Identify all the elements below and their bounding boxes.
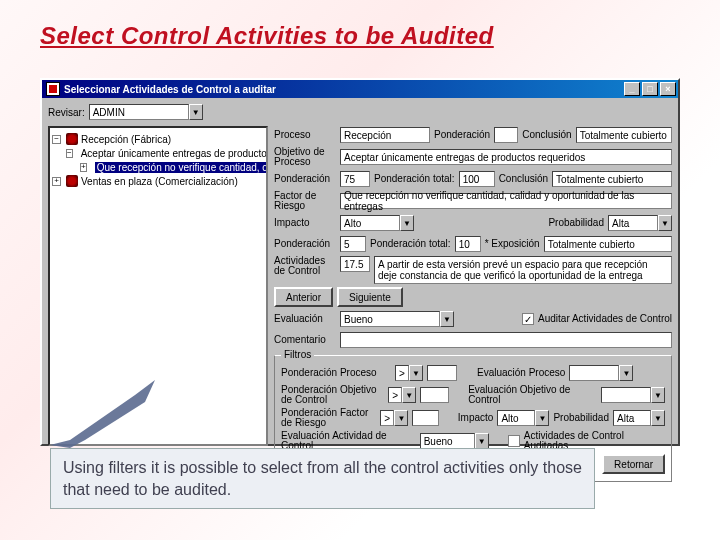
pp-label: Ponderación Proceso <box>281 368 391 378</box>
im-select[interactable]: Alto▼ <box>497 410 549 426</box>
chevron-down-icon: ▼ <box>189 104 203 120</box>
title-bar[interactable]: Seleccionar Actividades de Control a aud… <box>42 80 678 98</box>
ponderacion-label: Ponderación <box>434 130 490 140</box>
pondtotal-field[interactable]: 100 <box>459 171 495 187</box>
ponderacion2-label: Ponderación <box>274 174 336 184</box>
po-value-field[interactable] <box>420 387 449 403</box>
pondtotal-label: Ponderación total: <box>374 174 455 184</box>
eo-label: Evaluación Objetivo de Control <box>468 385 597 405</box>
im-label: Impacto <box>458 413 494 423</box>
app-icon <box>46 82 60 96</box>
filtros-label: Filtros <box>281 349 314 360</box>
objetivo-label: Objetivo de Proceso <box>274 147 336 167</box>
slide-title: Select Control Activities to be Audited <box>40 22 494 50</box>
tree-node[interactable]: Ventas en plaza (Comercialización) <box>81 176 238 187</box>
factor-field[interactable]: Que recepción no verifique cantidad, cal… <box>340 193 672 209</box>
auditar-label: Auditar Actividades de Control <box>538 314 672 324</box>
prob-select[interactable]: Alta▼ <box>608 215 672 231</box>
pfr-op-select[interactable]: >▼ <box>380 410 408 426</box>
coment-label: Comentario <box>274 335 336 345</box>
maximize-button[interactable]: □ <box>642 82 658 96</box>
activ-text-field[interactable]: A partir de esta versión prevé un espaci… <box>374 256 672 284</box>
activ-label: Actividades de Control <box>274 256 336 276</box>
chevron-down-icon: ▼ <box>400 215 414 231</box>
tree-node-selected[interactable]: Que recepción no verifique cantidad, c <box>95 162 268 173</box>
coment-field[interactable] <box>340 332 672 348</box>
pond3-label: Ponderación <box>274 239 336 249</box>
ponderacion2-field[interactable]: 75 <box>340 171 370 187</box>
po-op-select[interactable]: >▼ <box>388 387 416 403</box>
details-form: Proceso Recepción Ponderación Conclusión… <box>274 126 672 482</box>
chevron-down-icon: ▼ <box>440 311 454 327</box>
objetivo-field[interactable]: Aceptar únicamente entregas de productos… <box>340 149 672 165</box>
pondtot3-field[interactable]: 10 <box>455 236 481 252</box>
close-button[interactable]: × <box>660 82 676 96</box>
eac-select[interactable]: Bueno▼ <box>420 433 489 449</box>
pfr-label: Ponderación Factor de Riesgo <box>281 408 376 428</box>
ep-select[interactable]: ▼ <box>569 365 633 381</box>
process-icon <box>66 133 78 145</box>
minimize-button[interactable]: _ <box>624 82 640 96</box>
auditar-checkbox[interactable]: ✓ <box>522 313 534 325</box>
po-label: Ponderación Objetivo de Control <box>281 385 384 405</box>
app-window: Seleccionar Actividades de Control a aud… <box>40 78 680 446</box>
conclusion-field[interactable]: Totalmente cubierto <box>576 127 672 143</box>
revisar-value: ADMIN <box>89 104 189 120</box>
conclusion-label: Conclusión <box>522 130 571 140</box>
prob-label: Probabilidad <box>548 218 604 228</box>
ponderacion-field[interactable] <box>494 127 518 143</box>
ep-label: Evaluación Proceso <box>477 368 565 378</box>
retornar-button[interactable]: Retornar <box>602 454 665 474</box>
pr-label: Probabilidad <box>553 413 609 423</box>
proceso-field[interactable]: Recepción <box>340 127 430 143</box>
process-icon <box>66 175 78 187</box>
revisar-select[interactable]: ADMIN ▼ <box>89 104 203 120</box>
proceso-label: Proceso <box>274 130 336 140</box>
expo-label: * Exposición <box>485 239 540 249</box>
conclusion2-label: Conclusión <box>499 174 548 184</box>
eval-select[interactable]: Bueno▼ <box>340 311 454 327</box>
window-title: Seleccionar Actividades de Control a aud… <box>64 84 276 95</box>
chevron-down-icon: ▼ <box>658 215 672 231</box>
factor-label: Factor de Riesgo <box>274 191 336 211</box>
pp-value-field[interactable] <box>427 365 457 381</box>
impacto-select[interactable]: Alto▼ <box>340 215 414 231</box>
aca-checkbox[interactable] <box>508 435 520 447</box>
pr-select[interactable]: Alta▼ <box>613 410 665 426</box>
siguiente-button[interactable]: Siguiente <box>337 287 403 307</box>
pondtot3-label: Ponderación total: <box>370 239 451 249</box>
impacto-label: Impacto <box>274 218 336 228</box>
pond3-field[interactable]: 5 <box>340 236 366 252</box>
tree-node[interactable]: Recepción (Fábrica) <box>81 134 171 145</box>
eval-label: Evaluación <box>274 314 336 324</box>
anterior-button[interactable]: Anterior <box>274 287 333 307</box>
expand-icon[interactable]: + <box>80 163 87 172</box>
tree-node[interactable]: Aceptar únicamente entregas de producto <box>81 148 267 159</box>
pp-op-select[interactable]: >▼ <box>395 365 423 381</box>
revisar-label: Revisar: <box>48 107 85 118</box>
expand-icon[interactable]: + <box>52 177 61 186</box>
pfr-value-field[interactable] <box>412 410 439 426</box>
collapse-icon[interactable]: − <box>66 149 73 158</box>
expo-field[interactable]: Totalmente cubierto <box>544 236 672 252</box>
eo-select[interactable]: ▼ <box>601 387 665 403</box>
collapse-icon[interactable]: − <box>52 135 61 144</box>
conclusion2-field[interactable]: Totalmente cubierto <box>552 171 672 187</box>
process-tree[interactable]: −Recepción (Fábrica) −Aceptar únicamente… <box>48 126 268 446</box>
activ-num-field[interactable]: 17.5 <box>340 256 370 272</box>
slide-caption: Using filters it is possible to select f… <box>50 448 595 509</box>
